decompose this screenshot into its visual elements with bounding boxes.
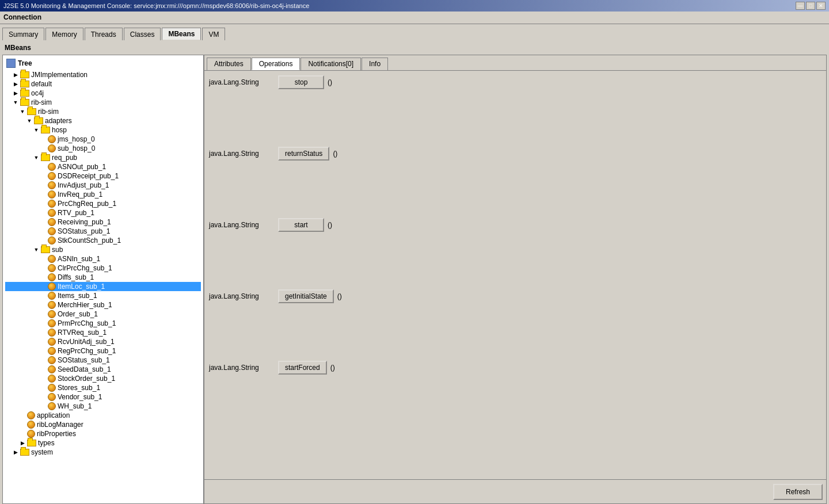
tab-vm[interactable]: VM	[202, 28, 225, 40]
bean-icon	[48, 172, 56, 180]
tab-threads[interactable]: Threads	[85, 28, 123, 40]
tree-item-hosp[interactable]: ▼hosp	[5, 125, 201, 135]
tree-item-Stores_sub_1[interactable]: Stores_sub_1	[5, 383, 201, 392]
op-return-type-2: java.Lang.String	[209, 221, 278, 229]
title-controls: — □ ✕	[796, 2, 826, 10]
tree-item-InvAdjust_pub_1[interactable]: InvAdjust_pub_1	[5, 181, 201, 190]
maximize-button[interactable]: □	[806, 2, 815, 10]
tree-item-label: PrmPrcChg_sub_1	[58, 319, 116, 327]
tree-item-ribLogManager[interactable]: ribLogManager	[5, 420, 201, 429]
tree-item-label: types	[38, 439, 55, 447]
tree-item-SOStatus_sub_1[interactable]: SOStatus_sub_1	[5, 356, 201, 365]
tree-item-SOStatus_pub_1[interactable]: SOStatus_pub_1	[5, 227, 201, 236]
tree-item-ribProperties[interactable]: ribProperties	[5, 429, 201, 438]
tree-item-sub[interactable]: ▼sub	[5, 245, 201, 254]
tree-item-WH_sub_1[interactable]: WH_sub_1	[5, 402, 201, 411]
tree-item-RTV_pub_1[interactable]: RTV_pub_1	[5, 208, 201, 217]
tree-item-req_pub[interactable]: ▼req_pub	[5, 153, 201, 162]
tree-item-ItemLoc_sub_1[interactable]: ItemLoc_sub_1	[5, 282, 201, 291]
tree-item-DSDReceipt_pub_1[interactable]: DSDReceipt_pub_1	[5, 171, 201, 181]
tree-item-sub_hosp_0[interactable]: sub_hosp_0	[5, 144, 201, 153]
tree-item-ClrPrcChg_sub_1[interactable]: ClrPrcChg_sub_1	[5, 264, 201, 273]
tree-item-StkCountSch_pub_1[interactable]: StkCountSch_pub_1	[5, 236, 201, 245]
tree-item-oc4j[interactable]: ▶oc4j	[5, 89, 201, 98]
tree-item-label: application	[37, 411, 70, 419]
subtab-operations[interactable]: Operations	[252, 58, 301, 70]
tree-item-Diffs_sub_1[interactable]: Diffs_sub_1	[5, 273, 201, 282]
tree-item-label: Diffs_sub_1	[58, 273, 94, 281]
folder-icon	[34, 117, 43, 124]
tree-item-RTVReq_sub_1[interactable]: RTVReq_sub_1	[5, 328, 201, 337]
bean-icon	[48, 273, 56, 281]
tab-classes[interactable]: Classes	[124, 28, 161, 40]
tree-item-SeedData_sub_1[interactable]: SeedData_sub_1	[5, 365, 201, 374]
tree-items-container: ▶JMImplementation▶default▶oc4j▼rib-sim▼r…	[5, 70, 201, 457]
tab-memory[interactable]: Memory	[45, 28, 83, 40]
tree-item-RegPrcChg_sub_1[interactable]: RegPrcChg_sub_1	[5, 346, 201, 356]
op-button-start[interactable]: start	[278, 218, 324, 232]
minimize-button[interactable]: —	[796, 2, 805, 10]
tree-item-ASNIn_sub_1[interactable]: ASNIn_sub_1	[5, 254, 201, 264]
tree-item-Receiving_pub_1[interactable]: Receiving_pub_1	[5, 217, 201, 227]
op-params-1: ()	[333, 150, 337, 158]
bean-icon	[48, 384, 56, 392]
subtab-notifications[interactable]: Notifications[0]	[301, 58, 361, 70]
tree-item-label: sub_hosp_0	[58, 144, 95, 152]
op-row-4: java.Lang.StringstartForced()	[209, 361, 822, 375]
op-row-0: java.Lang.Stringstop()	[209, 75, 822, 89]
tree-item-label: MerchHier_sub_1	[58, 301, 112, 309]
tree-item-rib-sim-sub[interactable]: ▼rib-sim	[5, 107, 201, 116]
tree-item-MerchHier_sub_1[interactable]: MerchHier_sub_1	[5, 300, 201, 310]
subtab-info[interactable]: Info	[362, 58, 388, 70]
tree-item-RcvUnitAdj_sub_1[interactable]: RcvUnitAdj_sub_1	[5, 337, 201, 346]
tree-item-rib-sim[interactable]: ▼rib-sim	[5, 98, 201, 107]
tree-item-jms_hosp_0[interactable]: jms_hosp_0	[5, 135, 201, 144]
refresh-button[interactable]: Refresh	[773, 484, 823, 500]
tree-item-label: InvAdjust_pub_1	[58, 181, 109, 189]
op-button-getInitialState[interactable]: getInitialState	[278, 289, 334, 303]
tree-item-label: req_pub	[52, 154, 77, 162]
tree-item-label: RTV_pub_1	[58, 209, 94, 217]
tree-item-Order_sub_1[interactable]: Order_sub_1	[5, 310, 201, 319]
tree-item-label: SOStatus_pub_1	[58, 227, 110, 235]
tree-item-system[interactable]: ▶system	[5, 448, 201, 457]
tab-mbeans[interactable]: MBeans	[162, 28, 201, 40]
tree-item-ASNOut_pub_1[interactable]: ASNOut_pub_1	[5, 162, 201, 171]
bean-icon	[48, 255, 56, 263]
folder-icon	[27, 440, 36, 446]
ops-panel: Attributes Operations Notifications[0] I…	[204, 55, 826, 503]
tree-item-label: rib-sim	[38, 108, 59, 116]
tree-item-application[interactable]: application	[5, 411, 201, 420]
tree-item-types[interactable]: ▶types	[5, 438, 201, 448]
tree-item-adapters[interactable]: ▼adapters	[5, 116, 201, 125]
tree-item-PrmPrcChg_sub_1[interactable]: PrmPrcChg_sub_1	[5, 319, 201, 328]
bean-icon	[48, 144, 56, 152]
bean-icon	[48, 329, 56, 337]
subtab-attributes[interactable]: Attributes	[207, 58, 251, 70]
op-button-stop[interactable]: stop	[278, 75, 324, 89]
tree-item-jmximplementation[interactable]: ▶JMImplementation	[5, 70, 201, 79]
bean-icon	[48, 319, 56, 327]
tree-item-label: hosp	[52, 126, 67, 134]
bean-icon	[48, 227, 56, 235]
tab-summary[interactable]: Summary	[2, 28, 44, 40]
close-button[interactable]: ✕	[816, 2, 826, 10]
tree-item-label: StkCountSch_pub_1	[58, 236, 121, 245]
tree-panel[interactable]: Tree ▶JMImplementation▶default▶oc4j▼rib-…	[3, 55, 204, 503]
tree-item-default[interactable]: ▶default	[5, 79, 201, 89]
tree-item-label: RegPrcChg_sub_1	[58, 347, 116, 355]
tree-item-label: WH_sub_1	[58, 402, 92, 410]
tree-item-PrcChgReq_pub_1[interactable]: PrcChgReq_pub_1	[5, 199, 201, 208]
tree-item-Items_sub_1[interactable]: Items_sub_1	[5, 291, 201, 300]
tree-item-Vendor_sub_1[interactable]: Vendor_sub_1	[5, 392, 201, 402]
op-button-startForced[interactable]: startForced	[278, 361, 327, 375]
tree-item-label: sub	[52, 246, 63, 254]
bean-icon	[48, 402, 56, 410]
tree-item-label: Items_sub_1	[58, 292, 97, 300]
bean-icon	[48, 301, 56, 309]
tree-item-StockOrder_sub_1[interactable]: StockOrder_sub_1	[5, 374, 201, 383]
sub-tabs: Attributes Operations Notifications[0] I…	[204, 55, 826, 71]
op-button-returnStatus[interactable]: returnStatus	[278, 147, 329, 161]
tree-item-InvReq_pub_1[interactable]: InvReq_pub_1	[5, 190, 201, 199]
tree-item-label: SeedData_sub_1	[58, 365, 111, 373]
